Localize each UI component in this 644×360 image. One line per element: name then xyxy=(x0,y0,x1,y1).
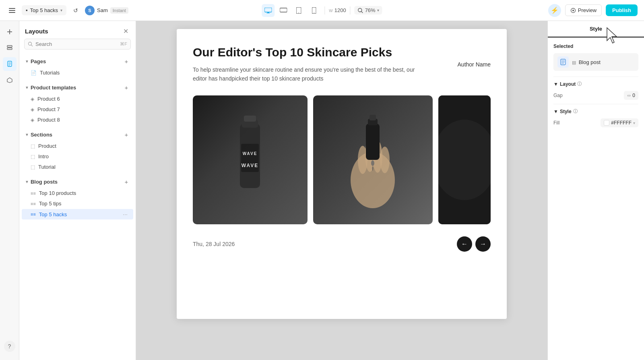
layout-section-header[interactable]: ▼ Layout ⓘ xyxy=(553,81,638,87)
product8-icon: ◈ xyxy=(31,117,34,123)
blog-post-icon xyxy=(560,59,566,65)
svg-line-12 xyxy=(361,11,363,13)
pages-section-header[interactable]: ▼ Pages + xyxy=(19,55,136,67)
hamburger-button[interactable] xyxy=(6,5,18,16)
top10products-icon: ≡≡ xyxy=(31,191,36,196)
search-input[interactable] xyxy=(35,41,118,47)
add-icon-button[interactable] xyxy=(3,25,17,39)
sidebar-item-product6[interactable]: ◈ Product 6 xyxy=(22,94,133,104)
intro-label: Intro xyxy=(38,153,49,159)
sidebar-close-button[interactable]: ✕ xyxy=(121,27,130,35)
selected-item-info: ▤ Blog post xyxy=(572,59,601,65)
sidebar-item-tutorials[interactable]: 📄 Tutorials xyxy=(22,68,133,78)
style-section-header[interactable]: ▼ Style ⓘ xyxy=(553,108,638,114)
nav-arrows: ← → xyxy=(457,236,491,252)
svg-rect-6 xyxy=(280,8,287,12)
hand-svg xyxy=(332,103,413,216)
viewport-mobile-button[interactable] xyxy=(308,4,320,17)
canvas-area: Our Editor's Top 10 Skincare Picks To he… xyxy=(136,21,547,360)
layers-icon-button[interactable] xyxy=(3,41,17,55)
tab-pill[interactable]: ▪ Top 5 hacks ▾ xyxy=(22,5,66,15)
blog-posts-section-title: ▼ Blog posts xyxy=(25,179,58,185)
svg-point-42 xyxy=(438,120,491,200)
tab-chevron-icon: ▾ xyxy=(60,8,62,12)
zoom-value: 76% xyxy=(365,7,376,13)
selected-section-title: Selected xyxy=(553,43,573,49)
sidebar-search[interactable]: ⌘F xyxy=(24,39,131,50)
viewport-desktop-button[interactable] xyxy=(262,4,275,17)
svg-point-24 xyxy=(29,42,32,46)
sidebar-item-top5hacks[interactable]: ≡≡ Top 5 hacks ··· xyxy=(22,209,133,219)
width-indicator: w 1200 xyxy=(329,7,346,13)
product-section-icon: ⬚ xyxy=(31,143,35,149)
svg-rect-1 xyxy=(9,10,15,11)
svg-rect-18 xyxy=(7,48,12,50)
zoom-chevron: ▾ xyxy=(377,8,379,12)
help-button[interactable]: ? xyxy=(4,341,15,352)
sidebar-item-top5tips[interactable]: ≡≡ Top 5 tips xyxy=(22,199,133,209)
sidebar-section-blog-posts: ▼ Blog posts + ≡≡ Top 10 products ≡≡ Top… xyxy=(19,174,136,221)
tab-doc-icon: ▪ xyxy=(26,7,28,13)
product-templates-add-button[interactable]: + xyxy=(123,84,130,91)
selected-item-icon xyxy=(557,56,569,68)
product6-icon: ◈ xyxy=(31,96,34,102)
width-value: 1200 xyxy=(334,7,346,13)
sidebar-section-pages: ▼ Pages + 📄 Tutorials xyxy=(19,54,136,80)
sidebar-title: Layouts xyxy=(25,28,48,35)
fill-property-row: Fill #FFFFFF ▾ xyxy=(553,118,638,127)
sidebar-item-product7[interactable]: ◈ Product 7 xyxy=(22,104,133,114)
sections-section-header[interactable]: ▼ Sections + xyxy=(19,128,136,141)
right-panel-selected: Selected ▤ Blog post xyxy=(548,38,644,136)
nav-next-button[interactable]: → xyxy=(475,236,491,252)
pages-icon-button[interactable] xyxy=(3,57,17,71)
search-shortcut: ⌘F xyxy=(120,41,127,47)
tab-style[interactable]: Style xyxy=(548,21,644,37)
blog-posts-section-header[interactable]: ▼ Blog posts + xyxy=(19,176,136,188)
tutorials-icon: 📄 xyxy=(31,70,37,76)
right-panel-tabs: Style xyxy=(548,21,644,38)
svg-point-8 xyxy=(299,12,299,13)
gap-label: Gap xyxy=(553,93,563,98)
user-name: Sam xyxy=(97,7,108,13)
components-icon-button[interactable] xyxy=(3,73,17,87)
product-image-3 xyxy=(438,95,491,224)
fill-label: Fill xyxy=(553,120,559,126)
top5hacks-more-button[interactable]: ··· xyxy=(123,211,128,217)
gap-value[interactable]: ⇔ 0 xyxy=(624,91,638,100)
sidebar-item-tutorial[interactable]: ⬚ Tutorial xyxy=(22,162,133,172)
canvas-frame: Our Editor's Top 10 Skincare Picks To he… xyxy=(177,29,507,319)
spark-button[interactable]: ⚡ xyxy=(548,4,561,17)
svg-rect-2 xyxy=(9,12,15,13)
images-row: WAVE WAVE xyxy=(193,95,491,224)
product-templates-section-header[interactable]: ▼ Product templates + xyxy=(19,81,136,93)
sidebar-item-top10products[interactable]: ≡≡ Top 10 products xyxy=(22,188,133,198)
sidebar-item-product8[interactable]: ◈ Product 8 xyxy=(22,115,133,125)
sidebar-item-intro[interactable]: ⬚ Intro xyxy=(22,151,133,161)
refresh-button[interactable]: ↺ xyxy=(70,5,81,16)
fill-value[interactable]: #FFFFFF ▾ xyxy=(601,118,638,127)
svg-rect-5 xyxy=(266,13,270,13)
gap-number: 0 xyxy=(632,93,635,98)
product-image-1: WAVE WAVE xyxy=(193,95,308,224)
svg-point-14 xyxy=(572,10,574,11)
svg-point-36 xyxy=(380,147,390,173)
product-image-2 xyxy=(313,95,433,224)
zoom-selector[interactable]: 76% ▾ xyxy=(355,6,382,14)
top5tips-label: Top 5 tips xyxy=(39,201,62,207)
partial-svg xyxy=(438,95,491,224)
sidebar-item-product-section[interactable]: ⬚ Product xyxy=(22,141,133,151)
viewport-wide-button[interactable] xyxy=(277,4,290,17)
viewport-tablet-button[interactable] xyxy=(292,4,305,17)
product-section-label: Product xyxy=(38,143,56,149)
pages-add-button[interactable]: + xyxy=(123,58,130,65)
nav-prev-button[interactable]: ← xyxy=(457,236,472,252)
sections-add-button[interactable]: + xyxy=(123,131,130,138)
blog-posts-add-button[interactable]: + xyxy=(123,178,130,185)
main-area: ? Layouts ✕ ⌘F ▼ Pages + 📄 Tutorials xyxy=(0,21,644,360)
product7-icon: ◈ xyxy=(31,107,34,112)
top10products-label: Top 10 products xyxy=(39,190,76,196)
preview-button[interactable]: Preview xyxy=(565,4,602,16)
publish-button[interactable]: Publish xyxy=(606,4,638,16)
sidebar-header: Layouts ✕ xyxy=(19,21,136,39)
sidebar-panel: Layouts ✕ ⌘F ▼ Pages + 📄 Tutorials xyxy=(19,21,136,360)
